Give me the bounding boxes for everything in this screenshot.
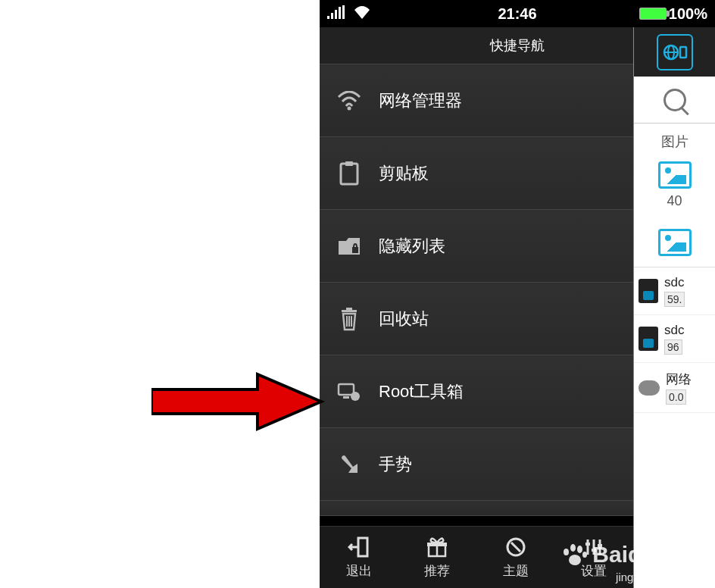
storage-size: 59. — [664, 292, 685, 307]
trash-icon — [336, 306, 362, 332]
bg-top-bar — [634, 27, 715, 77]
gift-icon — [426, 536, 448, 558]
storage-size: 0.0 — [666, 389, 686, 405]
menu-label: 手势 — [379, 453, 636, 476]
root-icon — [336, 379, 362, 405]
menu-label: 回收站 — [379, 308, 636, 330]
sdcard-icon — [639, 279, 658, 303]
search-icon — [663, 89, 686, 111]
svg-marker-32 — [151, 374, 321, 429]
svg-rect-26 — [592, 549, 596, 552]
svg-rect-1 — [331, 13, 333, 19]
svg-rect-10 — [346, 308, 352, 310]
svg-rect-14 — [339, 384, 354, 395]
bottom-recommend[interactable]: 推荐 — [398, 527, 477, 588]
battery-icon — [639, 8, 667, 20]
bottom-label: 主题 — [503, 562, 529, 580]
svg-point-5 — [348, 106, 351, 110]
exit-icon — [348, 536, 370, 558]
section-title: 图片 — [634, 130, 715, 157]
signal-icon — [327, 5, 347, 23]
storage-name: 网络 — [666, 371, 692, 388]
svg-rect-15 — [343, 396, 349, 399]
svg-rect-4 — [342, 5, 345, 19]
bottom-label: 推荐 — [424, 562, 450, 580]
battery-indicator: 100% — [639, 5, 707, 23]
storage-row-cloud[interactable]: 网络 0.0 — [634, 363, 715, 413]
menu-label: Root工具箱 — [379, 380, 636, 403]
svg-rect-7 — [345, 161, 353, 166]
storage-size: 96 — [664, 339, 682, 355]
bg-pictures-section[interactable]: 图片 40 — [634, 124, 715, 267]
status-bar: 21:46 100% — [320, 0, 715, 27]
bottom-settings[interactable]: 设置 — [555, 527, 634, 588]
svg-rect-6 — [341, 164, 358, 184]
settings-icon — [583, 536, 604, 558]
picture-count: 40 — [634, 193, 715, 209]
svg-rect-0 — [327, 16, 329, 19]
bottom-label: 设置 — [581, 562, 607, 580]
clock: 21:46 — [498, 5, 536, 23]
svg-rect-2 — [335, 10, 337, 19]
storage-list: sdc 59. sdc 96 网络 0.0 — [634, 267, 715, 413]
storage-row-sd2[interactable]: sdc 96 — [634, 315, 715, 363]
svg-rect-17 — [358, 538, 367, 556]
gesture-icon — [336, 452, 362, 477]
bottom-exit[interactable]: 退出 — [320, 527, 398, 588]
picture-icon — [658, 161, 692, 189]
bottom-label: 退出 — [346, 562, 372, 580]
storage-row-sd1[interactable]: sdc 59. — [634, 267, 715, 315]
svg-rect-31 — [680, 47, 686, 58]
globe-device-icon[interactable] — [657, 34, 693, 70]
wifi-icon — [336, 88, 362, 114]
svg-rect-25 — [585, 543, 590, 546]
svg-point-16 — [351, 392, 360, 401]
background-app-strip: 图片 40 sdc 59. sdc 96 网络 0.0 — [633, 27, 715, 588]
clipboard-icon — [336, 161, 362, 186]
svg-rect-9 — [342, 310, 357, 312]
bg-search-row[interactable] — [634, 77, 715, 124]
bottom-bar: 退出 推荐 主题 设置 — [320, 526, 633, 588]
wifi-status-icon — [353, 5, 371, 23]
bottom-theme[interactable]: 主题 — [476, 527, 555, 588]
svg-rect-3 — [339, 7, 341, 19]
storage-name: sdc — [664, 275, 685, 290]
folder-lock-icon — [336, 233, 362, 259]
svg-rect-8 — [352, 247, 358, 253]
svg-rect-27 — [598, 544, 602, 547]
storage-name: sdc — [664, 323, 684, 338]
cloud-icon — [639, 380, 660, 396]
sdcard-icon — [639, 327, 658, 351]
annotation-arrow — [151, 371, 326, 435]
picture-web-icon — [658, 229, 692, 256]
theme-icon — [505, 536, 526, 558]
